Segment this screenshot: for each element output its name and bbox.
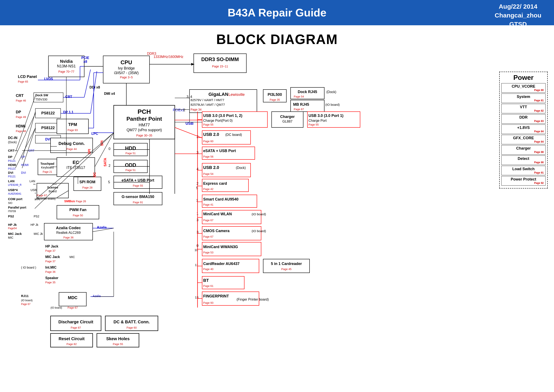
svg-text:Page 45: Page 45 [281, 267, 291, 271]
svg-text:Ivy Bridge: Ivy Bridge [118, 66, 135, 70]
svg-text:Page 91: Page 91 [133, 201, 143, 204]
svg-text:Azalia: Azalia [97, 226, 107, 229]
svg-text:2: 2 [109, 164, 111, 168]
svg-text:( IO board ): ( IO board ) [21, 266, 36, 269]
svg-text:Page 67: Page 67 [21, 303, 31, 306]
block-diagram-svg: CPU Ivy Bridge i3/i5/i7 - (35W) Page 3~5… [0, 25, 554, 392]
header-author: Changcai_zhou [495, 12, 541, 19]
svg-text:(Dock): (Dock) [236, 166, 246, 169]
power-protect: Power Protect Page 92 [501, 176, 546, 186]
svg-text:Page 37: Page 37 [45, 249, 55, 252]
svg-text:PI3L500: PI3L500 [268, 92, 282, 97]
svg-line-161 [16, 96, 35, 151]
svg-text:Page 82: Page 82 [67, 343, 77, 346]
svg-text:Page 35: Page 35 [270, 98, 280, 101]
svg-text:5: 5 [108, 180, 110, 184]
svg-text:Page 41: Page 41 [203, 203, 213, 206]
svg-text:PS121: PS121 [8, 175, 16, 178]
svg-line-265 [175, 127, 202, 138]
svg-text:Page 87: Page 87 [294, 108, 304, 111]
power-cpu-vcore: CPU_VCORE Page 80 [501, 83, 546, 93]
svg-text:Page 51: Page 51 [125, 168, 136, 172]
svg-text:DC & BATT. Conn.: DC & BATT. Conn. [113, 320, 150, 324]
svg-text:Page 51: Page 51 [125, 152, 136, 155]
svg-text:HP Jk: HP Jk [8, 223, 17, 226]
svg-text:COM port: COM port [8, 197, 22, 201]
svg-text:MIC Jk: MIC Jk [34, 232, 43, 236]
svg-text:Page 54: Page 54 [203, 172, 213, 175]
svg-text:Page 60: Page 60 [203, 140, 213, 143]
svg-text:Speaker: Speaker [45, 276, 58, 280]
svg-text:PCIEx1: PCIEx1 [173, 108, 184, 112]
svg-text:Page 42: Page 42 [203, 188, 213, 191]
svg-text:82579LM / iAMT / QM77: 82579LM / iAMT / QM77 [191, 103, 225, 106]
svg-text:LCD Panel: LCD Panel [18, 75, 37, 79]
svg-text:Page 37: Page 37 [45, 260, 55, 263]
svg-text:Panther Point: Panther Point [126, 116, 162, 122]
svg-text:PS121: PS121 [8, 160, 16, 162]
svg-text:IT8709: IT8709 [8, 210, 16, 213]
svg-text:Touchpad: Touchpad [41, 162, 54, 165]
svg-text:Page 70~77: Page 70~77 [58, 70, 74, 73]
svg-text:Scense: Scense [47, 186, 58, 189]
svg-text:Azalia: Azalia [93, 294, 101, 298]
svg-text:MB RJ45: MB RJ45 [293, 102, 309, 107]
svg-text:82579V / niAMT / HM77: 82579V / niAMT / HM77 [191, 98, 224, 102]
svg-rect-115 [263, 259, 310, 273]
svg-text:Page 46: Page 46 [16, 99, 26, 102]
svg-text:Page 67: Page 67 [203, 219, 213, 222]
svg-line-296 [22, 128, 35, 168]
svg-text:LFE9249_R: LFE9249_R [8, 183, 21, 186]
svg-text:PCIE: PCIE [81, 56, 89, 60]
svg-text:AU6254041: AU6254041 [8, 192, 21, 195]
svg-text:PS8122: PS8122 [41, 126, 55, 130]
header-title: B43A Repair Guide [228, 6, 326, 19]
svg-text:(Dock): (Dock) [8, 140, 17, 144]
svg-text:LPC: LPC [91, 132, 98, 135]
svg-text:TPM: TPM [68, 122, 77, 127]
svg-text:Discharge Circuit: Discharge Circuit [58, 320, 93, 324]
svg-text:Page 50: Page 50 [73, 214, 83, 217]
svg-text:T55V330: T55V330 [35, 98, 47, 101]
svg-text:PS8122: PS8122 [41, 111, 55, 115]
svg-text:Dock SW: Dock SW [35, 93, 48, 97]
svg-text:I2C: I2C [93, 172, 97, 177]
svg-text:EC: EC [73, 160, 79, 165]
svg-text:Page 36: Page 36 [45, 270, 55, 273]
svg-text:Page 28: Page 28 [82, 186, 92, 189]
svg-text:Page 36: Page 36 [63, 236, 74, 239]
svg-text:*: * [35, 192, 36, 195]
svg-text:Page 34: Page 34 [191, 108, 201, 111]
svg-text:Page 55: Page 55 [308, 123, 319, 126]
svg-text:DP: DP [16, 110, 21, 114]
main-diagram: BLOCK DIAGRAM CPU Ivy Bridge i3/i5/i7 - … [0, 25, 554, 392]
svg-text:HDMI: HDMI [21, 163, 29, 167]
svg-text:USB*4: USB*4 [8, 188, 18, 192]
svg-text:(IO board): (IO board) [50, 306, 62, 309]
svg-text:DDR3 SO-DIMM: DDR3 SO-DIMM [201, 56, 239, 62]
svg-line-139 [84, 70, 90, 97]
power-vtt: VTT Page 82 [501, 104, 546, 113]
svg-text:USB 3.0 (3.0 Port 1): USB 3.0 (3.0 Port 1) [308, 113, 343, 118]
svg-text:DVI: DVI [21, 171, 26, 175]
svg-text:Page54: Page54 [8, 227, 17, 230]
svg-text:Azalia Codec: Azalia Codec [56, 226, 81, 230]
svg-text:USB: USB [31, 188, 37, 192]
svg-text:Debug Conn.: Debug Conn. [59, 141, 85, 146]
svg-text:Charge Port: Charge Port [308, 119, 327, 122]
svg-text:Charge Port(Port 0): Charge Port(Port 0) [203, 119, 233, 122]
svg-text:Page 15~11: Page 15~11 [212, 65, 228, 68]
svg-rect-221 [57, 205, 99, 219]
svg-text:Page 55: Page 55 [133, 184, 143, 187]
svg-text:5 in 1 Cardreader: 5 in 1 Cardreader [271, 262, 302, 266]
power-system: System Page 81 [501, 93, 546, 103]
svg-text:DC-IN: DC-IN [8, 136, 17, 140]
svg-text:MIC Jack: MIC Jack [45, 255, 60, 259]
svg-text:Page 26: Page 26 [76, 200, 86, 203]
svg-text:Page 54: Page 54 [294, 95, 304, 98]
svg-text:DVI: DVI [45, 138, 51, 141]
svg-text:Page 44: Page 44 [67, 147, 77, 151]
svg-text:SMBus: SMBus [64, 199, 75, 203]
svg-text:MiniCard  WLAN: MiniCard WLAN [203, 212, 232, 216]
svg-text:USB 2.0: USB 2.0 [203, 165, 219, 170]
